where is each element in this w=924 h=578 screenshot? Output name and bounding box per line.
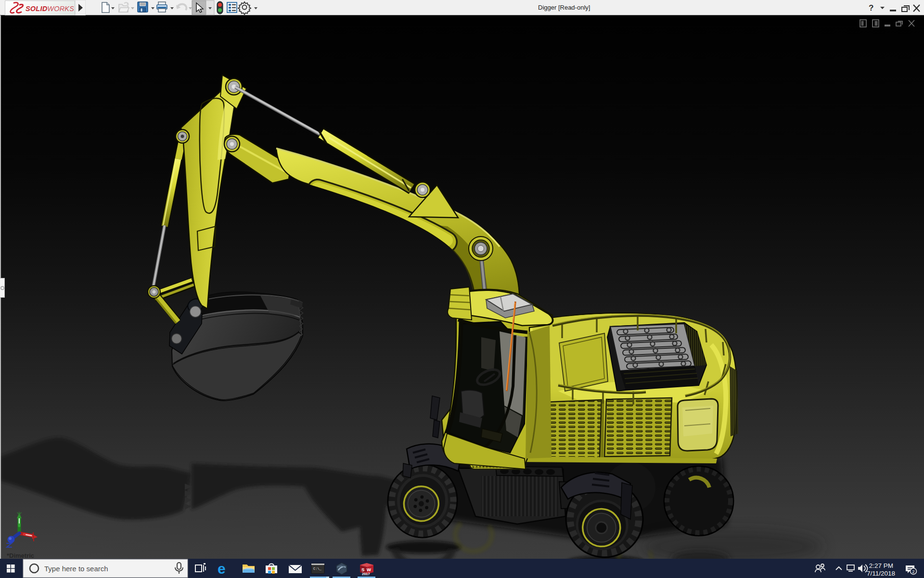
svg-text:2017: 2017 [362,572,370,576]
svg-text:2: 2 [912,569,914,574]
svg-text:e: e [218,561,226,577]
svg-text:C:\_: C:\_ [313,567,322,571]
svg-text:?: ? [869,3,873,13]
svg-text:2:27 PM: 2:27 PM [869,562,893,569]
svg-text:SOLIDWORKS: SOLIDWORKS [26,5,74,13]
svg-text:7/11/2018: 7/11/2018 [867,570,895,577]
svg-text:Type here to search: Type here to search [44,565,108,573]
